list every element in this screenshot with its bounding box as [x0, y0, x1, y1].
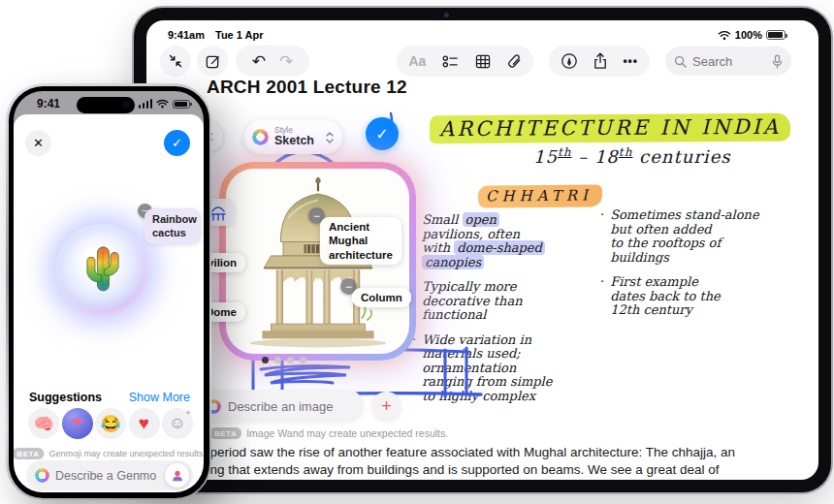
cellular-signal-icon [139, 99, 153, 109]
describe-genmoji-input[interactable] [55, 469, 156, 483]
beta-badge: BETA [14, 448, 45, 459]
describe-image-field[interactable] [197, 390, 364, 423]
handwritten-subheading: 15th – 18th centuries [533, 145, 731, 167]
chevron-up-down-icon [325, 131, 335, 144]
describe-genmoji-field[interactable] [26, 460, 193, 490]
genmoji-preview-bubble [56, 224, 148, 316]
battery-icon [173, 100, 190, 109]
add-description-button[interactable]: + [371, 392, 401, 422]
apple-intelligence-icon [252, 129, 269, 145]
compose-icon [205, 53, 221, 70]
undo-redo-group: ↶ ↷ [236, 46, 309, 77]
dictation-mic-icon[interactable] [772, 54, 783, 69]
bullet-decorative: Typically more decorative than functiona… [422, 280, 522, 323]
image-wand-confirm-button[interactable]: ✓ [366, 117, 399, 150]
collapse-icon [168, 53, 183, 69]
ipad-front-camera [444, 13, 449, 17]
note-paragraph: s period saw the rise of another feature… [200, 444, 818, 479]
paragraph-line-1: s period saw the rise of another feature… [200, 444, 818, 461]
handwritten-section-heading: CHHATRI [478, 185, 602, 207]
label-column[interactable]: Column [352, 288, 411, 307]
iphone-status-time: 9:41 [37, 97, 60, 110]
ipad-status-icons: 100% [718, 29, 786, 41]
label-ancient-mughal-architecture[interactable]: Ancient Mughal architecture [320, 217, 401, 265]
note-title: ARCH 2001 Lecture 12 [207, 77, 407, 98]
page-dot-2[interactable] [274, 357, 281, 363]
iphone-status-icons [139, 99, 191, 109]
rainbow-cactus-genmoji [78, 242, 128, 299]
wifi-icon [718, 30, 731, 41]
ipad-notes-screen: 9:41am Tue 1 Apr 100% [146, 20, 818, 480]
genmoji-beta-note: BETA Genmoji may create unexpected resul… [14, 448, 204, 459]
image-wand-beta-note: BETA Image Wand may create unexpected re… [209, 427, 448, 439]
iphone-device: 9:41 ✕ ✓ [6, 83, 211, 500]
checkmark-icon: ✓ [375, 125, 388, 143]
battery-icon [766, 30, 786, 40]
battery-percent-label: 100% [735, 29, 762, 41]
redo-button[interactable]: ↷ [279, 51, 293, 72]
describe-image-input[interactable] [228, 399, 344, 414]
bullet-pavilions: Small open pavilions, often with dome-sh… [422, 213, 545, 269]
ipad-device: 9:41am Tue 1 Apr 100% [134, 8, 831, 492]
bullet-standalone: Sometimes stand-alone but often added to… [610, 208, 759, 265]
notes-left-column: · Small open pavilions, often with dome-… [412, 213, 601, 415]
suggestion-heart[interactable]: ♥ [129, 408, 160, 439]
suggestions-title: Suggestions [29, 391, 102, 404]
suggestion-emoji-row: 🧠 ☂ 😂 ♥ ☺ [28, 408, 193, 439]
page-dot-1[interactable] [262, 357, 269, 363]
ipad-status-date: Tue 1 Apr [215, 29, 264, 41]
table-button[interactable] [475, 54, 491, 69]
people-genmoji-button[interactable] [165, 463, 189, 488]
bullet-variation: Wide variation in materials used; orname… [422, 333, 552, 404]
genmoji-sparkle-icon [35, 468, 49, 483]
suggestion-brain[interactable]: 🧠 [28, 408, 59, 439]
ipad-status-bar: 9:41am Tue 1 Apr [168, 29, 264, 41]
checkmark-icon: ✓ [172, 136, 182, 150]
paragraph-line-2: ning that extends away from buildings an… [200, 461, 818, 479]
style-value: Sketch [274, 135, 314, 147]
style-picker[interactable]: Style Sketch [244, 120, 342, 154]
genmoji-label[interactable]: Rainbow cactus [144, 208, 201, 244]
suggestion-umbrella-selected[interactable]: ☂ [62, 408, 93, 439]
collapse-button[interactable] [160, 46, 191, 77]
show-more-link[interactable]: Show More [129, 391, 190, 404]
bullet-first-example: First example dates back to the 12th cen… [610, 275, 721, 318]
compose-note-button[interactable] [197, 46, 228, 77]
share-button[interactable] [593, 52, 608, 70]
iphone-screen: 9:41 ✕ ✓ [14, 91, 204, 492]
formatting-group: Aa [397, 46, 533, 77]
ipad-status-time: 9:41am [168, 29, 205, 41]
marketing-canvas: 9:41am Tue 1 Apr 100% [0, 0, 834, 504]
new-emoji-button[interactable]: ☺ [162, 408, 193, 439]
close-icon: ✕ [33, 136, 44, 150]
more-options-button[interactable]: ••• [623, 54, 638, 68]
handwritten-heading: ARCHITECTURE IN INDIA [430, 114, 790, 142]
variant-page-dots[interactable] [262, 357, 306, 363]
checklist-button[interactable] [442, 54, 459, 69]
search-icon [674, 55, 687, 68]
markup-button[interactable] [561, 52, 578, 70]
notes-right-column: · Sometimes stand-alone but often added … [600, 208, 814, 329]
genmoji-sheet: ✕ ✓ [14, 114, 204, 492]
genmoji-close-button[interactable]: ✕ [25, 130, 51, 156]
text-format-button[interactable]: Aa [408, 53, 426, 69]
genmoji-confirm-button[interactable]: ✓ [164, 130, 190, 156]
suggestion-laughing[interactable]: 😂 [95, 408, 126, 439]
search-input[interactable] [692, 54, 762, 69]
page-dot-4[interactable] [300, 357, 306, 363]
smiley-plus-icon: ☺ [169, 414, 185, 433]
beta-badge: BETA [209, 427, 241, 439]
wifi-icon [156, 99, 169, 109]
plus-icon: + [381, 396, 392, 417]
ipad-right-toolbar: Aa [397, 46, 791, 77]
search-field[interactable] [665, 47, 791, 76]
attachment-icon[interactable] [507, 53, 522, 69]
actions-group: ••• [549, 46, 650, 77]
page-dot-3[interactable] [287, 357, 294, 363]
person-icon [171, 469, 184, 483]
dynamic-island [77, 97, 135, 113]
undo-button[interactable]: ↶ [252, 51, 266, 72]
